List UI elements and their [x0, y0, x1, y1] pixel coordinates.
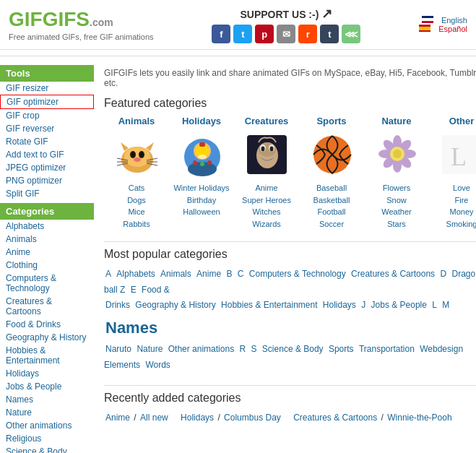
nature-snow-link[interactable]: Snow [364, 194, 429, 207]
sidebar-png-optimizer[interactable]: PNG optimizer [0, 174, 94, 187]
language-area: English Español [419, 16, 467, 33]
sidebar-nature[interactable]: Nature [0, 406, 94, 419]
sidebar-gif-reverser[interactable]: GIF reverser [0, 122, 94, 135]
pop-L[interactable]: L [432, 300, 437, 310]
featured-sports-link[interactable]: Sports [299, 116, 364, 126]
pop-M[interactable]: M [442, 300, 449, 310]
pop-anime[interactable]: Anime [196, 269, 221, 279]
sidebar-hobbies[interactable]: Hobbies & Entertainment [0, 344, 94, 367]
sidebar-jpeg-optimizer[interactable]: JPEG optimizer [0, 161, 94, 174]
animals-mice-link[interactable]: Mice [104, 206, 169, 218]
pop-nature[interactable]: Nature [137, 344, 163, 354]
pop-computers[interactable]: Computers & Technology [249, 269, 346, 279]
sidebar-other-animations[interactable]: Other animations [0, 419, 94, 432]
sidebar-clothing[interactable]: Clothing [0, 259, 94, 272]
english-link[interactable]: English [441, 16, 467, 25]
pop-D[interactable]: D [440, 269, 446, 279]
nature-flowers-link[interactable]: Flowers [364, 182, 429, 194]
sidebar-rotate-gif[interactable]: Rotate GIF [0, 135, 94, 148]
pop-drinks[interactable]: Drinks [105, 300, 130, 310]
pop-other[interactable]: Other animations [168, 344, 234, 354]
sidebar-jobs[interactable]: Jobs & People [0, 380, 94, 393]
share-button[interactable]: ⋘ [342, 25, 360, 43]
pop-words[interactable]: Words [145, 360, 170, 370]
facebook-button[interactable]: f [212, 25, 230, 43]
holidays-winter-link[interactable]: Winter Holidays [169, 182, 234, 194]
espanol-link[interactable]: Español [438, 25, 467, 33]
featured-nature-link[interactable]: Nature [364, 116, 429, 126]
pop-names[interactable]: Names [105, 319, 157, 337]
sidebar-animals[interactable]: Animals [0, 233, 94, 246]
sidebar-geography[interactable]: Geography & History [0, 331, 94, 344]
sidebar-creatures[interactable]: Creatures & Cartoons [0, 295, 94, 318]
other-money-link[interactable]: Money [429, 206, 476, 218]
sports-football-link[interactable]: Football [299, 206, 364, 218]
twitter-button[interactable]: t [233, 25, 252, 43]
sidebar-add-text[interactable]: Add text to GIF [0, 148, 94, 161]
creatures-superheroes-link[interactable]: Super Heroes [234, 194, 299, 207]
pop-jobs[interactable]: Jobs & People [371, 300, 427, 310]
featured-holidays-link[interactable]: Holidays [169, 116, 234, 126]
creatures-anime-link[interactable]: Anime [234, 182, 299, 194]
pinterest-button[interactable]: p [255, 25, 274, 43]
pop-A[interactable]: A [105, 269, 111, 279]
recent-winnie[interactable]: Winnie-the-Pooh [387, 413, 451, 423]
pop-holidays[interactable]: Holidays [323, 300, 356, 310]
sidebar-anime[interactable]: Anime [0, 246, 94, 259]
featured-sports: Sports Baseball Basketball [299, 116, 364, 230]
recent-allnew[interactable]: All new [140, 413, 168, 423]
pop-geography[interactable]: Geography & History [135, 300, 215, 310]
nature-weather-link[interactable]: Weather [364, 206, 429, 218]
reddit-button[interactable]: r [298, 25, 317, 43]
pop-naruto[interactable]: Naruto [105, 344, 131, 354]
holidays-halloween-link[interactable]: Halloween [169, 206, 234, 218]
sidebar-computers[interactable]: Computers & Technology [0, 272, 94, 295]
sidebar-names[interactable]: Names [0, 393, 94, 406]
pop-hobbies[interactable]: Hobbies & Entertainment [221, 300, 317, 310]
recent-creatures[interactable]: Creatures & Cartoons [293, 413, 377, 423]
pop-C[interactable]: C [238, 269, 244, 279]
recent-anime[interactable]: Anime [105, 413, 130, 423]
sidebar-gif-resizer[interactable]: GIF resizer [0, 82, 94, 95]
sidebar-science[interactable]: Science & Body [0, 445, 94, 453]
pop-E[interactable]: E [131, 285, 137, 295]
sports-basketball-link[interactable]: Basketball [299, 194, 364, 207]
tumblr-button[interactable]: t [320, 25, 339, 43]
other-love-link[interactable]: Love [429, 182, 476, 194]
email-button[interactable]: ✉ [277, 25, 295, 43]
pop-R[interactable]: R [239, 344, 246, 354]
sidebar-holidays[interactable]: Holidays [0, 367, 94, 380]
sidebar-alphabets[interactable]: Alphabets [0, 220, 94, 233]
featured-animals-link[interactable]: Animals [104, 116, 169, 126]
featured-other-link[interactable]: Other [429, 116, 476, 126]
animals-dogs-link[interactable]: Dogs [104, 194, 169, 207]
pop-S[interactable]: S [251, 344, 257, 354]
sidebar-food[interactable]: Food & Drinks [0, 318, 94, 331]
sports-soccer-link[interactable]: Soccer [299, 218, 364, 230]
animals-rabbits-link[interactable]: Rabbits [104, 218, 169, 230]
sports-baseball-link[interactable]: Baseball [299, 182, 364, 194]
pop-alphabets[interactable]: Alphabets [116, 269, 155, 279]
pop-creatures[interactable]: Creatures & Cartoons [351, 269, 435, 279]
sidebar-split-gif[interactable]: Split GIF [0, 187, 94, 200]
other-fire-link[interactable]: Fire [429, 194, 476, 207]
sidebar-religious[interactable]: Religious [0, 432, 94, 445]
recent-columbusday[interactable]: Columbus Day [224, 413, 281, 423]
creatures-wizards-link[interactable]: Wizards [234, 218, 299, 230]
sidebar-gif-crop[interactable]: GIF crop [0, 109, 94, 122]
pop-B[interactable]: B [226, 269, 232, 279]
nature-stars-link[interactable]: Stars [364, 218, 429, 230]
pop-food[interactable]: Food & [142, 285, 170, 295]
pop-science[interactable]: Science & Body [262, 344, 324, 354]
pop-transportation[interactable]: Transportation [359, 344, 415, 354]
holidays-birthday-link[interactable]: Birthday [169, 194, 234, 207]
pop-sports[interactable]: Sports [329, 344, 354, 354]
pop-J[interactable]: J [361, 300, 365, 310]
pop-animals[interactable]: Animals [160, 269, 191, 279]
animals-cats-link[interactable]: Cats [104, 182, 169, 194]
featured-creatures-link[interactable]: Creatures [234, 116, 299, 126]
creatures-witches-link[interactable]: Witches [234, 206, 299, 218]
sidebar-gif-optimizer[interactable]: GIF optimizer [0, 95, 94, 109]
recent-holidays[interactable]: Holidays [181, 413, 214, 423]
other-smoking-link[interactable]: Smoking [429, 218, 476, 230]
